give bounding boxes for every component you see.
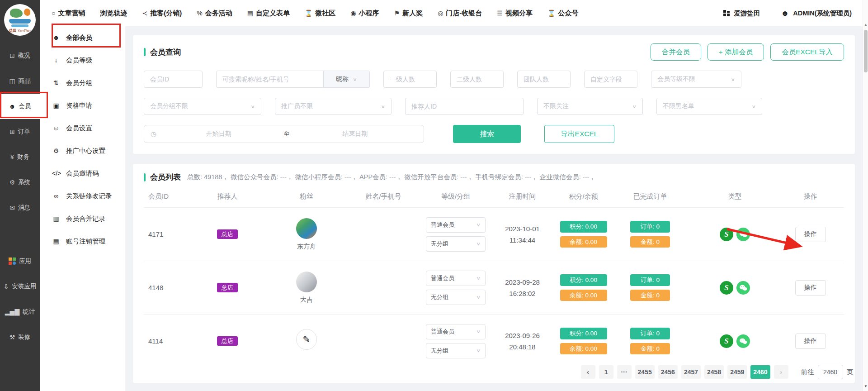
rail-item-apps[interactable]: 应用: [0, 248, 40, 274]
rail-item-install-apps[interactable]: ⇩安装应用: [0, 274, 40, 299]
referrer-id-input[interactable]: [405, 98, 524, 115]
level-select[interactable]: 普通会员∨: [426, 217, 486, 233]
rail-item-orders[interactable]: ⊞订单: [0, 119, 40, 144]
date-range-picker[interactable]: ◷ 开始日期 至 结束日期: [144, 125, 424, 143]
page-button-2459[interactable]: 2459: [727, 365, 747, 379]
rail-item-label: 消息: [18, 204, 30, 212]
cell-referrer: 总店: [189, 229, 266, 239]
page-button-2457[interactable]: 2457: [681, 365, 701, 379]
nav-browse-history[interactable]: 浏览轨迹: [100, 9, 127, 18]
nav-store-cashier[interactable]: ◎门店-收银台: [438, 9, 482, 18]
nav-official-account[interactable]: ⌛公众号: [547, 9, 578, 18]
nav-tuike-distribution[interactable]: ≺推客(分销): [142, 9, 182, 18]
follow-filter-select[interactable]: 不限关注∨: [537, 98, 643, 115]
person-icon: ☺: [52, 124, 60, 132]
nav-conference-activity[interactable]: %会务活动: [197, 9, 232, 18]
nav-label: 文章营销: [58, 9, 85, 18]
group-select[interactable]: 无分组∨: [426, 236, 486, 252]
referrer-badge: 总店: [217, 283, 238, 292]
merge-members-button[interactable]: 合并会员: [651, 43, 701, 61]
rail-item-products[interactable]: ◫商品: [0, 68, 40, 94]
scroll-down-icon[interactable]: ▼: [863, 384, 868, 388]
avatar[interactable]: ✎: [296, 329, 317, 350]
cell-action: 操作: [783, 334, 837, 349]
promoter-select[interactable]: 推广员不限∨: [275, 98, 392, 115]
cell-type: S: [686, 334, 783, 348]
rail-item-system[interactable]: ⚙系统: [0, 170, 40, 195]
sidebar-item-member-levels[interactable]: ↓会员等级: [40, 49, 125, 72]
group-select[interactable]: 无分组∨: [426, 343, 486, 358]
member-id-input[interactable]: [144, 71, 203, 88]
sidebar-item-member-invite-code[interactable]: </>会员邀请码: [40, 162, 125, 185]
member-table: 会员ID 推荐人 粉丝 姓名/手机号 等级/分组 注册时间 积分/余额 已完成订…: [144, 185, 844, 368]
sidebar-item-account-cancellation[interactable]: ▤账号注销管理: [40, 230, 125, 253]
chevron-down-icon: ∨: [751, 104, 756, 109]
app-logo[interactable]: 盐田 YanTian: [4, 4, 36, 36]
rail-item-statistics[interactable]: ▂▅▇统计: [0, 299, 40, 324]
nav-custom-form[interactable]: ▤自定义表单: [247, 9, 290, 18]
prev-page-button[interactable]: ‹: [581, 365, 595, 379]
row-action-button[interactable]: 操作: [795, 334, 826, 349]
sidebar-item-promotion-center-settings[interactable]: ⚙推广中心设置: [40, 139, 125, 162]
page-button-1[interactable]: 1: [599, 365, 613, 379]
search-button[interactable]: 搜索: [453, 125, 521, 143]
start-date-placeholder[interactable]: 开始日期: [156, 130, 281, 138]
page-button-2458[interactable]: 2458: [704, 365, 724, 379]
cell-action: 操作: [783, 280, 837, 296]
sidebar-item-qualification-apply[interactable]: ▣资格申请: [40, 94, 125, 117]
page-button-2455[interactable]: 2455: [635, 365, 655, 379]
level1-count-input[interactable]: [383, 71, 437, 88]
nav-video-share[interactable]: ☰视频分享: [497, 9, 533, 18]
group-select[interactable]: 无分组∨: [426, 290, 486, 305]
rail-item-label: 安装应用: [12, 282, 36, 291]
member-level-select[interactable]: 会员等级不限∨: [651, 71, 741, 88]
nav-label: 推客(分销): [150, 9, 182, 18]
page-button-2460-active[interactable]: 2460: [750, 365, 770, 379]
sidebar-item-all-members[interactable]: ☻全部会员: [40, 26, 125, 49]
end-date-placeholder[interactable]: 结束日期: [293, 130, 417, 138]
sidebar-item-member-merge-log[interactable]: ▥会员合并记录: [40, 207, 125, 230]
add-member-button[interactable]: + 添加会员: [708, 43, 764, 61]
sidebar-item-relation-chain-log[interactable]: ∞关系链修改记录: [40, 185, 125, 207]
page-button-2456[interactable]: 2456: [658, 365, 678, 379]
rail-item-overview[interactable]: ⊡概况: [0, 43, 40, 68]
nav-mini-program[interactable]: ◉小程序: [350, 9, 379, 18]
sidebar-item-member-settings[interactable]: ☺会员设置: [40, 117, 125, 139]
scrollbar[interactable]: ▲ ▼: [863, 0, 868, 391]
folder-check-icon: ▣: [52, 102, 60, 109]
avatar[interactable]: [296, 272, 317, 292]
next-page-button[interactable]: ›: [774, 365, 788, 379]
page-ellipsis[interactable]: ···: [617, 365, 632, 379]
level-select[interactable]: 普通会员∨: [426, 324, 486, 339]
team-count-input[interactable]: [517, 71, 571, 88]
scroll-up-icon[interactable]: ▲: [863, 23, 868, 27]
register-clock: 20:48:18: [509, 343, 535, 351]
goto-page-input[interactable]: [818, 365, 843, 379]
blacklist-filter-select[interactable]: 不限黑名单∨: [656, 98, 762, 115]
row-action-button[interactable]: 操作: [795, 227, 826, 242]
search-type-select[interactable]: 昵称∨: [324, 71, 370, 88]
workspace-switcher[interactable]: 爱游盐田: [723, 9, 760, 18]
list-card-header: 会员列表 总数: 49188， 微信公众号会员: ---， 微信小程序会员: -…: [144, 172, 844, 182]
account-menu[interactable]: ☻ADMIN(系统管理员): [781, 9, 852, 18]
rail-item-decoration[interactable]: ⚒装修: [0, 324, 40, 350]
rail-item-messages[interactable]: ✉消息: [0, 195, 40, 220]
member-excel-import-button[interactable]: 会员EXCEL导入: [770, 43, 844, 61]
apps-icon: [9, 257, 16, 265]
nav-newcomer-award[interactable]: ⚑新人奖: [394, 9, 423, 18]
level-select[interactable]: 普通会员∨: [426, 271, 486, 286]
nav-micro-community[interactable]: ⌛微社区: [305, 9, 335, 18]
scrollbar-thumb[interactable]: [864, 30, 868, 72]
user-icon: ☻: [781, 10, 789, 17]
level2-count-input[interactable]: [450, 71, 504, 88]
custom-field-input[interactable]: [584, 71, 637, 88]
sidebar-item-member-groups[interactable]: ⇅会员分组: [40, 72, 125, 94]
nav-article-marketing[interactable]: ○文章营销: [52, 9, 85, 18]
member-group-select[interactable]: 会员分组不限∨: [144, 98, 261, 115]
export-excel-button[interactable]: 导出EXCEL: [544, 125, 614, 143]
rail-item-members[interactable]: ☻会员: [0, 94, 40, 119]
nickname-search-input[interactable]: [216, 71, 324, 88]
rail-item-finance[interactable]: ¥财务: [0, 144, 40, 170]
avatar[interactable]: [296, 218, 317, 239]
row-action-button[interactable]: 操作: [795, 280, 826, 296]
